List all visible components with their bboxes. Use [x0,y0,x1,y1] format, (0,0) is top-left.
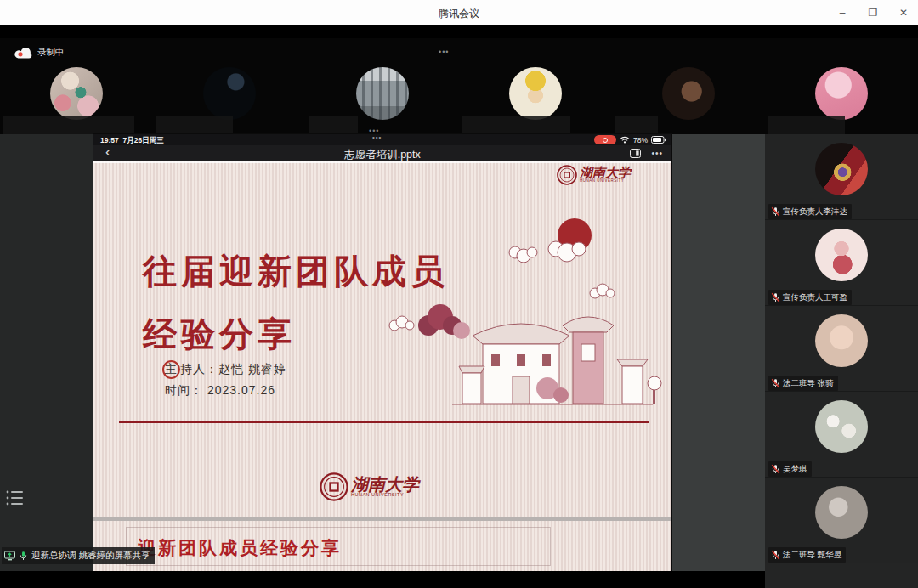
avatar [815,229,868,281]
slide2-title: 迎新团队成员经验分享 [138,536,342,560]
slideshow-icon[interactable] [630,149,641,158]
mic-muted-icon [771,378,780,388]
strip-more-dots[interactable]: ••• [439,48,449,56]
participant-name-label: 法二班导 张骑 [768,376,838,391]
participant-name-label: 宣传负责人李沣达 [768,204,852,219]
minimize-button[interactable]: – [835,7,850,19]
participant-name: 宣传负责人李沣达 [783,206,847,218]
title-bar: 腾讯会议 – ❐ ✕ [0,0,918,25]
meeting-window: 腾讯会议 – ❐ ✕ 迎新总协调 姚睿婷正在共享宣传负责人 徐格2105韩珉泽志… [0,0,918,588]
document-title: 志愿者培训.pptx [94,148,672,162]
avatar [50,67,103,120]
mic-on-icon [19,551,28,561]
participant-name: 吴梦琪 [783,463,808,475]
participant-name-label: 宣传负责人王可盈 [768,290,852,305]
host-circle-annotation: 主 [162,360,180,379]
participant-tile[interactable]: 志愿者负责人 周可欣 [459,38,612,134]
avatar [356,67,409,120]
participant-tile[interactable]: 吴梦琪 [765,392,918,478]
slide-illustration [381,208,670,421]
participant-tile[interactable]: 法二班导 张骑 [765,306,918,392]
battery-percent: 78% [633,136,648,144]
window-title: 腾讯会议 [0,7,918,21]
participant-name-label: 法二班导 甄华昱 [768,547,846,563]
recording-label: 录制中 [37,47,65,59]
participant-name-label: 吴梦琪 [768,461,812,477]
nav-more-dots[interactable]: ••• [651,150,663,158]
participant-tile[interactable]: 2105韩珉泽 [306,38,459,134]
slide-header-rule [94,161,672,163]
host-line: 主持人：赵恺 姚睿婷 [165,360,286,379]
close-button[interactable]: ✕ [896,7,911,19]
participant-name: 法二班导 张骑 [783,377,834,389]
slide-1: 湖南大学 HUNAN UNIVERSITY 往届迎新团队成员 经验分享 主持人：… [94,161,672,517]
avatar [815,400,868,453]
battery-icon [651,136,666,144]
seal-icon [557,165,577,185]
logo-zh: 湖南大学 [580,167,631,179]
participant-tile[interactable]: 宣传负责人王可盈 [765,220,918,306]
avatar [815,143,868,195]
mic-muted-icon [771,292,780,302]
logo-zh: 湖南大学 [351,476,419,493]
slide-2: 迎新团队成员经验分享 [94,521,672,571]
viewer-nav-bar: ‹ 志愿者培训.pptx ••• [94,145,672,161]
video-strip: 迎新总协调 姚睿婷正在共享宣传负责人 徐格2105韩珉泽志愿者负责人 周可欣王家… [0,38,918,134]
stage-gap [672,134,765,571]
participant-tile[interactable]: 王家平 [612,38,765,134]
university-logo-top: 湖南大学 HUNAN UNIVERSITY [557,165,631,185]
ipad-status-bar: 19:57 7月26日周三 ••• 78% [94,134,672,145]
mic-muted-icon [771,550,780,560]
avatar [815,486,868,539]
slide-list-icon[interactable] [5,489,26,507]
seal-icon [320,472,348,501]
date-line: 时间： 2023.07.26 [165,383,275,399]
share-banner-label: 迎新总协调 姚睿婷的屏幕共享 [31,550,150,562]
logo-en: HUNAN UNIVERSITY [580,179,631,184]
participant-name: 法二班导 甄华昱 [783,549,842,561]
slide-title-line2: 经验分享 [143,311,296,358]
logo-en: HUNAN UNIVERSITY [351,493,419,498]
recording-indicator[interactable]: 录制中 [14,47,65,59]
avatar [815,67,868,120]
participant-tile[interactable]: 法二班导 甄华昱 [765,478,918,563]
cloud-record-icon [14,48,32,59]
slide-red-rule [119,421,649,423]
participant-name: 宣传负责人王可盈 [783,291,847,303]
avatar [662,67,715,120]
wifi-icon [620,136,630,144]
screen-record-pill[interactable] [594,135,616,144]
participant-tile[interactable]: 宣传负责人李沣达 [765,134,918,220]
screen-share-banner: 迎新总协调 姚睿婷的屏幕共享 [2,547,155,564]
avatar [203,67,256,120]
participants-sidebar: 宣传负责人李沣达宣传负责人王可盈法二班导 张骑吴梦琪法二班导 甄华昱 [765,134,918,588]
mic-muted-icon [771,464,780,474]
mic-muted-icon [771,206,780,217]
university-logo-bottom: 湖南大学 HUNAN UNIVERSITY [320,472,419,501]
status-center-dots: ••• [372,133,382,141]
avatar [815,314,868,367]
participant-tile[interactable]: 法五班导 李婧萱 [765,38,918,134]
record-ring-icon [603,138,608,143]
screen-share-icon [4,551,15,561]
participant-tile[interactable]: 宣传负责人 徐格 [153,38,306,134]
bottom-bar [0,571,765,588]
avatar [509,67,562,120]
shared-screen: 19:57 7月26日周三 ••• 78% ‹ 志愿者培训.p [94,134,672,571]
maximize-button[interactable]: ❐ [865,7,881,19]
